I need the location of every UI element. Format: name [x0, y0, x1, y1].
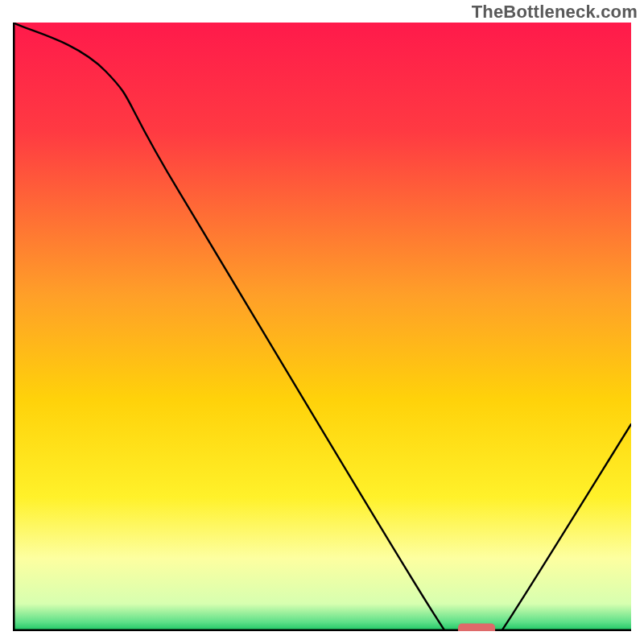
chart-container: TheBottleneck.com: [0, 0, 644, 644]
optimum-marker: [458, 623, 495, 631]
watermark-text: TheBottleneck.com: [472, 2, 638, 23]
plot-area: [13, 23, 631, 631]
gradient-background: [13, 23, 631, 631]
bottleneck-chart: [13, 23, 631, 631]
